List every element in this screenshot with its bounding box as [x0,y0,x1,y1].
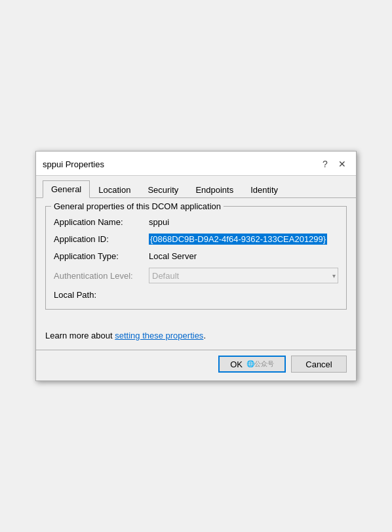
app-name-row: Application Name: sppui [54,217,338,227]
tab-security[interactable]: Security [139,180,187,198]
bottom-text-suffix: . [203,331,206,340]
button-row: OK 🌐公众号 Cancel [36,350,356,380]
watermark-text: 🌐公众号 [246,359,274,369]
title-bar-controls: ? ✕ [318,157,349,171]
dialog-body: General properties of this DCOM applicat… [36,198,356,321]
general-group-box: General properties of this DCOM applicat… [45,206,347,310]
bottom-text-prefix: Learn more about [45,331,115,340]
app-name-value: sppui [149,217,169,227]
app-id-label: Application ID: [54,234,149,244]
dialog-title: sppui Properties [43,159,104,169]
local-path-label: Local Path: [54,290,149,300]
properties-dialog: sppui Properties ? ✕ General Location Se… [35,151,357,381]
auth-level-row: Authentication Level: Default ▾ [54,268,338,283]
close-button[interactable]: ✕ [335,157,349,171]
app-id-row: Application ID: {0868DC9B-D9A2-4f64-9362… [54,234,338,245]
help-button[interactable]: ? [318,157,332,171]
ok-button[interactable]: OK 🌐公众号 [218,356,286,373]
tab-general[interactable]: General [43,180,90,198]
title-bar: sppui Properties ? ✕ [36,152,356,176]
bottom-text: Learn more about setting these propertie… [36,325,356,346]
title-bar-left: sppui Properties [43,159,104,169]
cancel-label: Cancel [305,359,332,369]
auth-level-label: Authentication Level: [54,271,149,281]
app-name-label: Application Name: [54,217,149,227]
tab-identity[interactable]: Identity [242,180,286,198]
tab-location[interactable]: Location [90,180,139,198]
ok-label: OK [230,359,243,369]
tab-endpoints[interactable]: Endpoints [187,180,242,198]
setting-properties-link[interactable]: setting these properties [115,331,203,340]
app-type-label: Application Type: [54,251,149,261]
local-path-row: Local Path: [54,290,338,300]
group-box-legend: General properties of this DCOM applicat… [51,201,224,211]
app-id-value: {0868DC9B-D9A2-4f64-9362-133CEA201299} [149,234,327,245]
cancel-button[interactable]: Cancel [291,356,347,373]
tabs-row: General Location Security Endpoints Iden… [36,176,356,198]
auth-level-select: Default [149,268,338,283]
app-type-value: Local Server [149,251,197,261]
app-type-row: Application Type: Local Server [54,251,338,261]
auth-level-select-wrapper[interactable]: Default ▾ [149,268,338,283]
